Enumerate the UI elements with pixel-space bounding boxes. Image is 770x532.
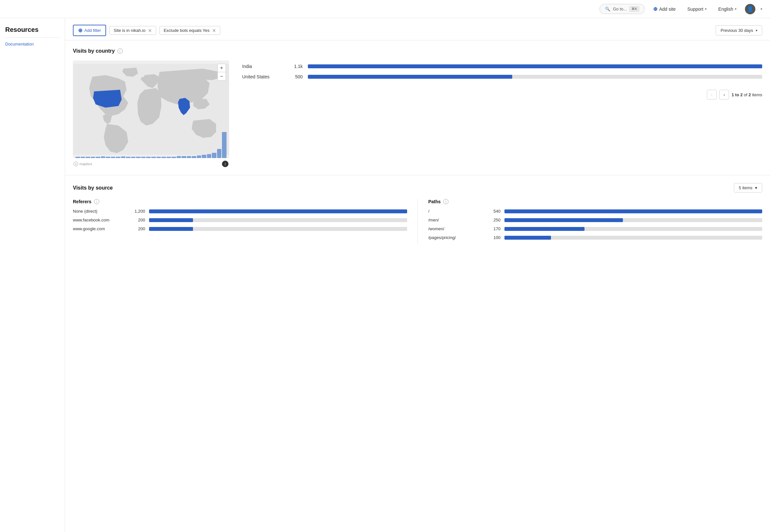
referer-value-direct: 1,200 bbox=[129, 209, 145, 214]
path-value-women: 170 bbox=[484, 226, 500, 231]
date-range-label: Previous 30 days bbox=[721, 28, 753, 33]
toolbar-left: ⊕ Add filter Site is in nikah.io ✕ Exclu… bbox=[73, 25, 220, 36]
language-button[interactable]: English ▾ bbox=[715, 5, 740, 14]
country-list: India 1.1k United States 500 bbox=[242, 60, 762, 100]
chart-bar bbox=[187, 156, 191, 158]
chart-bar bbox=[222, 132, 227, 158]
paths-column: Paths i / 540 /men/ 250 bbox=[418, 199, 762, 244]
user-icon: 👤 bbox=[747, 6, 753, 12]
referers-column: Referers i None (direct) 1,200 www.faceb… bbox=[73, 199, 418, 244]
chart-bar bbox=[81, 157, 85, 158]
user-avatar-button[interactable]: 👤 bbox=[745, 4, 755, 14]
pagination: ‹ › 1 to 2 of 2 items bbox=[242, 90, 762, 100]
mapbox-circle-icon: ⊙ bbox=[73, 162, 78, 166]
items-dropdown-button[interactable]: 5 items ▾ bbox=[734, 183, 762, 193]
filter-tag-site-remove[interactable]: ✕ bbox=[148, 28, 152, 33]
path-bar-fill-root bbox=[504, 209, 762, 213]
chart-bar bbox=[111, 157, 115, 158]
chart-bar bbox=[86, 157, 90, 158]
country-bar-track-us bbox=[308, 75, 762, 79]
sidebar-divider bbox=[5, 37, 60, 38]
pagination-unit: items bbox=[752, 92, 762, 97]
referer-value-google: 200 bbox=[129, 226, 145, 231]
zoom-in-button[interactable]: + bbox=[218, 64, 226, 72]
main-layout: Resources Documentation ⊕ Add filter Sit… bbox=[0, 18, 770, 532]
chart-bar bbox=[207, 154, 212, 158]
path-value-root: 540 bbox=[484, 209, 500, 214]
visits-by-country-info-icon[interactable]: i bbox=[117, 48, 123, 54]
next-page-button[interactable]: › bbox=[719, 90, 729, 100]
path-value-men: 250 bbox=[484, 218, 500, 222]
path-bar-fill-men bbox=[504, 218, 623, 222]
sidebar-title: Resources bbox=[5, 26, 60, 33]
path-label-women: /women/ bbox=[428, 226, 480, 231]
add-filter-button[interactable]: ⊕ Add filter bbox=[73, 25, 106, 36]
referer-bar-track-google bbox=[149, 227, 407, 231]
sidebar-item-documentation[interactable]: Documentation bbox=[5, 42, 60, 47]
map-controls: + − bbox=[218, 64, 226, 81]
plus-icon: ⊕ bbox=[78, 27, 82, 33]
add-site-button[interactable]: ⊕ Add site bbox=[650, 4, 679, 14]
country-bar-fill-us bbox=[308, 75, 512, 79]
paths-title: Paths bbox=[428, 199, 441, 204]
visits-by-source-title: Visits by source bbox=[73, 185, 113, 191]
date-range-button[interactable]: Previous 30 days ▾ bbox=[716, 25, 762, 35]
country-item-india: India 1.1k bbox=[242, 64, 762, 69]
map-info-button[interactable]: i bbox=[222, 161, 229, 167]
path-label-men: /men/ bbox=[428, 218, 480, 222]
chart-bar bbox=[75, 157, 80, 158]
zoom-out-button[interactable]: − bbox=[218, 72, 226, 81]
referer-bar-track-facebook bbox=[149, 218, 407, 222]
country-name-us: United States bbox=[242, 74, 281, 79]
referer-label-direct: None (direct) bbox=[73, 209, 125, 214]
paths-info-icon[interactable]: i bbox=[443, 199, 448, 204]
path-bar-fill-women bbox=[504, 227, 585, 231]
goto-button[interactable]: 🔍 Go to... ⌘K bbox=[600, 4, 645, 14]
referer-bar-fill-google bbox=[149, 227, 193, 231]
path-label-root: / bbox=[428, 209, 480, 214]
path-bar-track-pricing bbox=[504, 236, 762, 240]
referers-info-icon[interactable]: i bbox=[94, 199, 99, 204]
world-map: + − bbox=[73, 60, 229, 158]
country-bar-fill-india bbox=[308, 64, 762, 68]
goto-kbd: ⌘K bbox=[630, 6, 639, 12]
chart-bar bbox=[177, 156, 181, 158]
path-item-pricing: /pages/pricing/ 100 bbox=[428, 235, 762, 240]
chart-bar bbox=[101, 156, 105, 158]
path-bar-track-women bbox=[504, 227, 762, 231]
path-bar-fill-pricing bbox=[504, 236, 551, 240]
referer-item-facebook: www.facebook.com 200 bbox=[73, 218, 407, 222]
chart-bar bbox=[197, 155, 202, 158]
referer-item-direct: None (direct) 1,200 bbox=[73, 209, 407, 214]
chart-bar bbox=[121, 156, 126, 158]
paths-header: Paths i bbox=[428, 199, 762, 204]
visits-by-source-header: Visits by source 5 items ▾ bbox=[73, 183, 762, 193]
pagination-of: of bbox=[744, 92, 749, 97]
pagination-info: 1 to 2 of 2 items bbox=[732, 92, 762, 97]
chart-bar bbox=[202, 155, 206, 158]
avatar-chevron-icon: ▾ bbox=[761, 7, 762, 11]
filter-tag-bots-remove[interactable]: ✕ bbox=[212, 28, 216, 33]
chevron-down-icon: ▾ bbox=[755, 185, 757, 190]
chart-bar bbox=[141, 157, 146, 158]
pagination-total: 2 bbox=[749, 92, 751, 97]
mapbox-logo: ⊙ mapbox bbox=[73, 162, 92, 166]
path-bar-track-root bbox=[504, 209, 762, 213]
mapbox-label: mapbox bbox=[79, 162, 92, 166]
chart-bar bbox=[181, 156, 186, 158]
chart-bar bbox=[192, 156, 196, 158]
plus-circle-icon: ⊕ bbox=[653, 6, 657, 12]
map-mini-chart bbox=[73, 132, 229, 158]
country-value-india: 1.1k bbox=[286, 64, 303, 69]
chevron-down-icon: ▾ bbox=[705, 7, 707, 11]
main-content: ⊕ Add filter Site is in nikah.io ✕ Exclu… bbox=[65, 18, 770, 532]
referer-bar-track-direct bbox=[149, 209, 407, 213]
search-icon: 🔍 bbox=[605, 7, 610, 11]
prev-page-button[interactable]: ‹ bbox=[707, 90, 717, 100]
referer-value-facebook: 200 bbox=[129, 218, 145, 222]
top-navigation: 🔍 Go to... ⌘K ⊕ Add site Support ▾ Engli… bbox=[0, 0, 770, 18]
filter-tag-site: Site is in nikah.io ✕ bbox=[109, 26, 156, 35]
filter-tag-bots: Exclude bots equals Yes ✕ bbox=[159, 26, 220, 35]
referer-bar-fill-direct bbox=[149, 209, 407, 213]
support-button[interactable]: Support ▾ bbox=[684, 5, 710, 14]
